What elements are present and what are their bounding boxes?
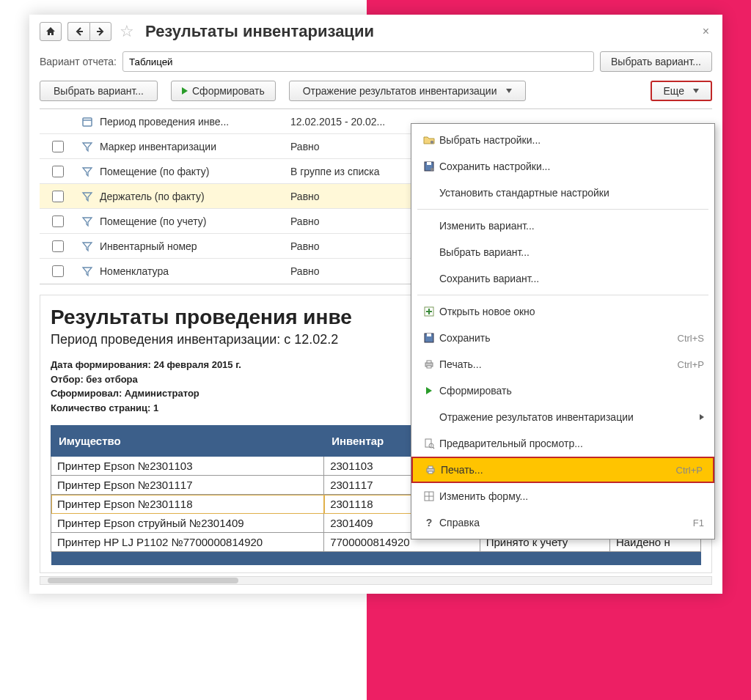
close-icon[interactable]: × bbox=[703, 25, 712, 38]
svg-rect-21 bbox=[428, 471, 433, 474]
report-variant-row: Вариант отчета: Выбрать вариант... bbox=[29, 47, 722, 76]
menu-item-label: Сформировать bbox=[439, 385, 704, 397]
menu-item-label: Сохранить настройки... bbox=[439, 161, 704, 172]
menu-item[interactable]: Выбрать вариант... bbox=[411, 239, 714, 265]
filter-checkbox-cell bbox=[40, 238, 75, 254]
favorite-star-icon[interactable]: ☆ bbox=[117, 22, 136, 41]
generate-label: Сформировать bbox=[192, 85, 265, 97]
svg-rect-15 bbox=[427, 366, 431, 368]
filter-checkbox-cell bbox=[40, 163, 75, 180]
generate-button[interactable]: Сформировать bbox=[171, 81, 276, 101]
filter-checkbox-cell bbox=[40, 139, 75, 155]
menu-item[interactable]: Выбрать настройки... bbox=[411, 127, 714, 153]
filter-checkbox[interactable] bbox=[52, 166, 64, 177]
menu-item-icon bbox=[419, 387, 439, 394]
table-cell: Принтер HP LJ P1102 №7700000814920 bbox=[51, 533, 324, 552]
svg-rect-12 bbox=[427, 334, 431, 336]
menu-item-label: Выбрать настройки... bbox=[439, 134, 704, 146]
menu-item[interactable]: Открыть новое окно bbox=[411, 298, 714, 325]
more-label: Еще bbox=[664, 85, 685, 97]
play-icon bbox=[182, 87, 188, 95]
back-button[interactable] bbox=[67, 22, 89, 41]
filter-checkbox-cell bbox=[40, 263, 75, 279]
svg-point-7 bbox=[431, 168, 433, 171]
home-button[interactable] bbox=[40, 22, 62, 41]
filter-type-icon bbox=[75, 116, 100, 128]
table-cell: Принтер Epson №2301117 bbox=[51, 476, 324, 495]
meta-author: Сформировал: Администратор bbox=[51, 388, 199, 399]
chevron-down-icon bbox=[693, 89, 699, 93]
filter-name: Держатель (по факту) bbox=[100, 191, 290, 202]
svg-rect-6 bbox=[427, 162, 431, 165]
page-title: Результаты инвентаризации bbox=[145, 22, 374, 41]
filter-type-icon bbox=[75, 265, 100, 277]
filter-checkbox[interactable] bbox=[52, 215, 64, 227]
filter-checkbox[interactable] bbox=[52, 141, 64, 152]
reflect-results-button[interactable]: Отражение результатов инвентаризации bbox=[289, 81, 526, 101]
menu-item[interactable]: Печать...Ctrl+P bbox=[411, 351, 714, 377]
menu-item-icon bbox=[419, 134, 439, 146]
menu-item[interactable]: Установить стандартные настройки bbox=[411, 180, 714, 206]
filter-name: Помещение (по учету) bbox=[100, 215, 290, 227]
menu-item-icon bbox=[419, 358, 439, 370]
menu-item-icon bbox=[419, 161, 439, 172]
menu-item[interactable]: СохранитьCtrl+S bbox=[411, 325, 714, 351]
menu-item-label: Открыть новое окно bbox=[439, 306, 704, 317]
reflect-label: Отражение результатов инвентаризации bbox=[303, 85, 497, 97]
meta-date: Дата формирования: 24 февраля 2015 г. bbox=[51, 359, 241, 370]
svg-rect-14 bbox=[427, 361, 431, 363]
menu-item[interactable]: Печать...Ctrl+P bbox=[411, 457, 714, 483]
filter-name: Помещение (по факту) bbox=[100, 166, 290, 177]
menu-item-label: Выбрать вариант... bbox=[439, 246, 704, 258]
filter-checkbox[interactable] bbox=[52, 191, 64, 202]
menu-item[interactable]: Сохранить вариант... bbox=[411, 265, 714, 292]
menu-separator bbox=[417, 209, 708, 210]
filter-checkbox[interactable] bbox=[52, 265, 64, 277]
menu-item-label: Установить стандартные настройки bbox=[439, 187, 704, 199]
menu-item[interactable]: Изменить вариант... bbox=[411, 213, 714, 239]
menu-item-label: Справка bbox=[439, 517, 693, 528]
nav-group bbox=[67, 22, 111, 41]
menu-item-label: Изменить вариант... bbox=[439, 220, 704, 232]
menu-item[interactable]: Сохранить настройки... bbox=[411, 153, 714, 180]
title-bar: ☆ Результаты инвентаризации × bbox=[29, 15, 722, 47]
menu-item[interactable]: Изменить форму... bbox=[411, 483, 714, 509]
scrollbar-thumb[interactable] bbox=[48, 578, 238, 583]
menu-item[interactable]: ?СправкаF1 bbox=[411, 509, 714, 536]
menu-shortcut: Ctrl+S bbox=[678, 333, 704, 344]
select-variant-right-button[interactable]: Выбрать вариант... bbox=[600, 51, 712, 72]
meta-filter: Отбор: без отбора bbox=[51, 374, 138, 385]
svg-line-18 bbox=[433, 447, 434, 449]
select-variant-button[interactable]: Выбрать вариант... bbox=[40, 81, 158, 101]
menu-shortcut: Ctrl+P bbox=[678, 359, 704, 370]
menu-item-label: Сохранить bbox=[439, 332, 678, 344]
variant-input[interactable] bbox=[122, 51, 594, 72]
menu-separator bbox=[417, 295, 708, 295]
menu-item[interactable]: Отражение результатов инвентаризации bbox=[411, 404, 714, 430]
table-footer-bar bbox=[51, 552, 701, 565]
filter-type-icon bbox=[75, 215, 100, 227]
menu-item-label: Отражение результатов инвентаризации bbox=[439, 411, 700, 423]
filter-type-icon bbox=[75, 240, 100, 252]
toolbar: Выбрать вариант... Сформировать Отражени… bbox=[29, 76, 722, 108]
forward-button[interactable] bbox=[89, 22, 111, 41]
menu-item-icon bbox=[420, 464, 441, 476]
menu-item[interactable]: Сформировать bbox=[411, 377, 714, 404]
meta-pages: Количество страниц: 1 bbox=[51, 402, 158, 413]
filter-checkbox[interactable] bbox=[52, 240, 64, 252]
table-cell: Принтер Epson №2301118 bbox=[51, 495, 324, 514]
filter-type-icon bbox=[75, 166, 100, 177]
submenu-arrow-icon bbox=[700, 414, 704, 420]
menu-item[interactable]: Предварительный просмотр... bbox=[411, 430, 714, 457]
menu-item-label: Печать... bbox=[441, 464, 676, 476]
menu-item-icon bbox=[419, 306, 439, 317]
svg-rect-20 bbox=[428, 466, 433, 468]
filter-checkbox-cell bbox=[40, 188, 75, 205]
column-header: Имущество bbox=[51, 426, 324, 457]
menu-item-label: Сохранить вариант... bbox=[439, 273, 704, 284]
more-button[interactable]: Еще bbox=[651, 81, 713, 101]
svg-rect-16 bbox=[425, 439, 431, 447]
variant-label: Вариант отчета: bbox=[40, 56, 117, 67]
horizontal-scrollbar[interactable] bbox=[40, 576, 712, 585]
menu-item-icon bbox=[419, 490, 439, 502]
